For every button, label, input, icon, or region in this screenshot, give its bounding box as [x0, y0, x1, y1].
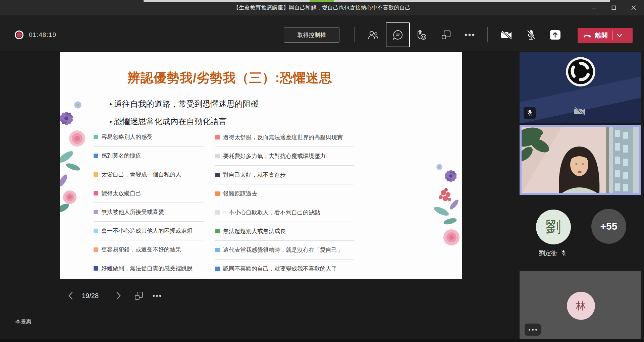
- slide-grid-icon: [134, 291, 144, 300]
- leave-options-button[interactable]: [617, 34, 622, 37]
- list-item-text: 對自己太好，就不會進步: [223, 171, 286, 179]
- mic-toggle-button[interactable]: [524, 28, 538, 42]
- slide-bullet: 通往自我的道路，常受到恐懼迷思的阻礙: [109, 98, 259, 110]
- mic-off-icon: [526, 109, 533, 117]
- video-tile-obs[interactable]: [520, 52, 641, 123]
- title-bar: 【生命教育推廣講座】與自己和解，愛自己也包含接納心中不喜歡的自己: [0, 0, 644, 15]
- more-actions-icon: [465, 34, 475, 36]
- chat-button[interactable]: [386, 22, 410, 47]
- legend-square: [94, 229, 98, 233]
- mic-muted-badge: [524, 107, 536, 119]
- legend-square: [94, 154, 98, 158]
- mic-off-icon: [560, 250, 567, 256]
- list-item: 過得太舒服，反而無法適應這世界的高壓與現實: [215, 128, 354, 147]
- flower-decoration-left: [60, 95, 88, 212]
- close-button[interactable]: [628, 3, 639, 13]
- slide-title: 辨認優勢我/劣勢我（三）:恐懼迷思: [127, 69, 332, 87]
- list-item: 容易忽略別人的感受: [94, 128, 204, 147]
- slide-page-indicator: 19/28: [82, 292, 99, 300]
- list-item: 一不小心自欺欺人，看不到自己的缺點: [215, 203, 354, 222]
- next-slide-button[interactable]: [114, 291, 123, 300]
- camera-off-icon: [573, 106, 587, 116]
- legend-square: [215, 210, 220, 215]
- legend-square: [215, 267, 220, 271]
- camera-off-badge: [573, 106, 587, 118]
- take-control-button[interactable]: 取得控制權: [284, 27, 339, 43]
- camera-off-icon: [500, 30, 513, 40]
- list-item-text: 無法被他人所接受或喜愛: [101, 208, 164, 216]
- list-item-text: 好難做到，無法從自責的感受裡跳脫: [101, 265, 193, 272]
- chevron-left-icon: [68, 292, 73, 300]
- fear-list-left-column: 容易忽略別人的感受 感到莫名的愧疚 太愛自己，會變成一個自私的人 變得太放縱自己…: [94, 128, 204, 278]
- overflow-count: +55: [600, 221, 618, 232]
- share-screen-button[interactable]: [548, 28, 562, 42]
- slide-more-options-button[interactable]: [152, 293, 162, 298]
- legend-square: [215, 154, 220, 158]
- list-item-text: 過得太舒服，反而無法適應這世界的高壓與現實: [223, 133, 343, 141]
- legend-square: [215, 135, 220, 139]
- avatar-initial: 劉: [546, 217, 561, 237]
- leave-divider: [612, 31, 613, 40]
- chevron-down-icon: [617, 34, 622, 37]
- participants-icon: [368, 30, 378, 40]
- list-item-text: 容易忽略別人的感受: [101, 133, 153, 141]
- legend-square: [215, 229, 220, 233]
- meeting-timer: 01:48:19: [29, 31, 56, 39]
- minimize-button[interactable]: [588, 3, 599, 13]
- list-item: 這代表當我感覺很糟時，就是沒有在「愛自己」: [215, 241, 354, 260]
- chat-icon: [392, 29, 404, 41]
- legend-square: [94, 266, 98, 271]
- slide-bullets: 通往自我的道路，常受到恐懼迷思的阻礙 恐懼迷思常化成內在自動化語言: [109, 93, 259, 128]
- maximize-button[interactable]: [608, 3, 620, 13]
- video-tile-lin[interactable]: 林: [520, 271, 641, 340]
- list-item: 對自己太好，就不會進步: [215, 166, 354, 184]
- legend-square: [215, 191, 220, 196]
- legend-square: [215, 173, 220, 177]
- legend-square: [94, 247, 98, 252]
- legend-square: [94, 191, 98, 195]
- minimize-icon: [591, 5, 596, 10]
- tile-more-options-button[interactable]: [525, 324, 541, 336]
- participant-name-row: 劉定衝: [539, 249, 567, 257]
- reactions-button[interactable]: [414, 28, 429, 42]
- toolbar-divider: [487, 27, 488, 42]
- slide-grid-view-button[interactable]: [133, 290, 144, 301]
- breakout-rooms-button[interactable]: [439, 28, 453, 42]
- more-actions-button[interactable]: [462, 28, 477, 42]
- flower-decoration-right: [431, 161, 462, 250]
- previous-slide-button[interactable]: [66, 291, 75, 300]
- list-item-text: 一不小心自欺欺人，看不到自己的缺點: [223, 209, 320, 216]
- list-item: 認同不喜歡的自己，就要變成我不喜歡的人了: [215, 260, 354, 278]
- list-item-text: 要耗費好多力氣，去對抗心魔或環境壓力: [223, 152, 326, 160]
- obs-logo-icon: [565, 56, 596, 88]
- list-item-text: 很難原諒過去: [223, 190, 257, 197]
- list-item: 太愛自己，會變成一個自私的人: [94, 165, 204, 184]
- participant-name: 劉定衝: [539, 249, 557, 257]
- legend-square: [94, 172, 98, 177]
- list-item: 好難做到，無法從自責的感受裡跳脫: [94, 259, 204, 278]
- chevron-right-icon: [116, 292, 121, 300]
- presenter-name-label: 李景惠: [15, 319, 32, 326]
- participants-button[interactable]: [366, 28, 380, 42]
- video-tile-active-speaker[interactable]: [520, 125, 641, 195]
- list-item: 更容易犯錯，或遭受不好的結果: [94, 240, 204, 259]
- participant-avatar[interactable]: 劉: [536, 210, 571, 244]
- window-bottom-edge: [0, 339, 644, 342]
- list-item-text: 更容易犯錯，或遭受不好的結果: [101, 246, 181, 253]
- list-item-text: 認同不喜歡的自己，就要變成我不喜歡的人了: [223, 265, 337, 273]
- leave-button[interactable]: 離開: [578, 28, 633, 43]
- breakout-rooms-icon: [441, 30, 451, 40]
- list-item-text: 這代表當我感覺很糟時，就是沒有在「愛自己」: [223, 246, 343, 254]
- list-item: 無法被他人所接受或喜愛: [94, 203, 204, 222]
- list-item: 很難原諒過去: [215, 184, 354, 203]
- mic-off-icon: [526, 29, 536, 41]
- overflow-participants-avatar[interactable]: +55: [591, 209, 626, 244]
- reactions-icon: [415, 30, 427, 40]
- legend-square: [94, 210, 98, 214]
- maximize-icon: [611, 5, 616, 10]
- list-item: 感到莫名的愧疚: [94, 147, 204, 165]
- fear-list-right-column: 過得太舒服，反而無法適應這世界的高壓與現實 要耗費好多力氣，去對抗心魔或環境壓力…: [215, 128, 354, 278]
- toolbar-divider: [354, 27, 355, 42]
- recording-indicator-icon: [15, 31, 23, 39]
- camera-toggle-button[interactable]: [499, 28, 514, 42]
